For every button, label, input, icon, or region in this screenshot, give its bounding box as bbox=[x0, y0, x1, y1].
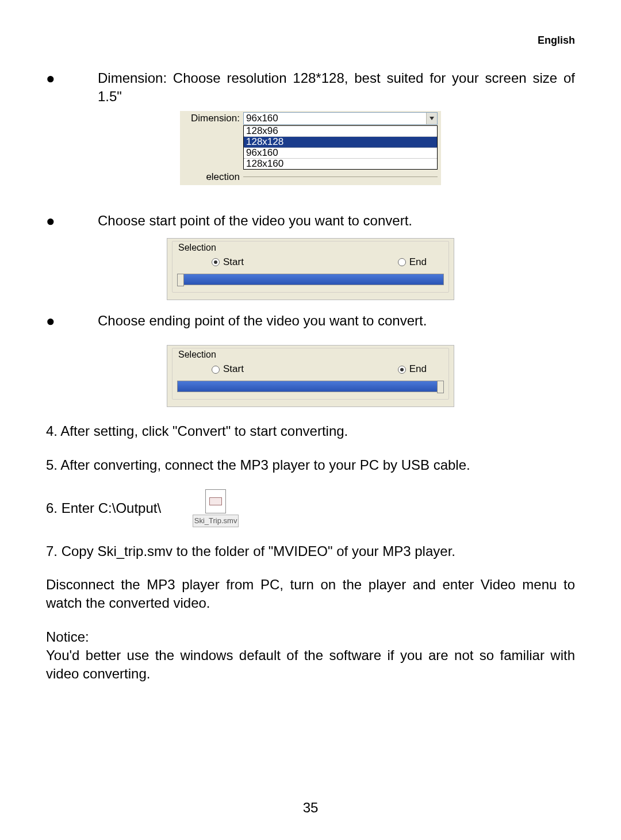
file-name-label: Ski_Trip.smv bbox=[193, 515, 239, 527]
selection-groupbox: Selection Start End bbox=[172, 348, 449, 400]
step-6-row: 6. Enter C:\Output\ Ski_Trip.smv bbox=[46, 489, 575, 527]
start-radio-label: Start bbox=[223, 363, 244, 376]
selection-groupbox: Selection Start End bbox=[172, 241, 449, 293]
selection-legend: Selection bbox=[177, 350, 217, 359]
slider-fill bbox=[178, 274, 443, 285]
dimension-option[interactable]: 128x96 bbox=[244, 126, 437, 137]
radio-icon bbox=[398, 366, 406, 374]
page-number: 35 bbox=[0, 799, 621, 817]
radio-icon bbox=[212, 366, 220, 374]
bullet-item-dimension: ● Dimension: Choose resolution 128*128, … bbox=[46, 69, 575, 106]
end-radio[interactable]: End bbox=[398, 363, 427, 376]
end-radio-label: End bbox=[409, 256, 427, 269]
bullet-text: Choose start point of the video you want… bbox=[98, 212, 575, 230]
selection-start-screenshot: Selection Start End bbox=[167, 238, 454, 300]
bullet-dot-icon: ● bbox=[46, 312, 98, 330]
start-radio[interactable]: Start bbox=[212, 363, 244, 376]
bullet-dot-icon: ● bbox=[46, 69, 98, 106]
dimension-option[interactable]: 96x160 bbox=[244, 148, 437, 159]
dimension-value: 96x160 bbox=[244, 113, 426, 124]
bullet-dot-icon: ● bbox=[46, 212, 98, 230]
dimension-option-selected[interactable]: 128x128 bbox=[244, 137, 437, 148]
notice-label: Notice: bbox=[46, 628, 575, 646]
notice-body: You'd better use the windows default of … bbox=[46, 646, 575, 684]
selection-slider[interactable] bbox=[177, 274, 444, 285]
selection-end-screenshot: Selection Start End bbox=[167, 345, 454, 407]
bullet-item-end: ● Choose ending point of the video you w… bbox=[46, 312, 575, 330]
groupbox-line bbox=[243, 177, 438, 178]
dropdown-arrow-button[interactable] bbox=[426, 113, 437, 124]
step-4: 4. After setting, click "Convert" to sta… bbox=[46, 422, 575, 440]
selection-legend: Selection bbox=[177, 243, 217, 252]
file-thumbnail-icon bbox=[205, 489, 226, 513]
bullet-item-start: ● Choose start point of the video you wa… bbox=[46, 212, 575, 230]
disconnect-paragraph: Disconnect the MP3 player from PC, turn … bbox=[46, 576, 575, 613]
dimension-option[interactable]: 128x160 bbox=[244, 159, 437, 169]
radio-icon bbox=[212, 258, 220, 266]
manual-page: English ● Dimension: Choose resolution 1… bbox=[0, 0, 621, 840]
end-radio-label: End bbox=[409, 363, 427, 376]
election-label: election bbox=[183, 171, 243, 184]
slider-handle[interactable] bbox=[177, 274, 184, 286]
start-radio-label: Start bbox=[223, 256, 244, 269]
dimension-label: Dimension: bbox=[183, 112, 243, 125]
slider-fill bbox=[178, 381, 443, 392]
file-icon: Ski_Trip.smv bbox=[190, 489, 241, 527]
radio-icon bbox=[398, 258, 406, 266]
chevron-down-icon bbox=[430, 117, 434, 120]
end-radio[interactable]: End bbox=[398, 256, 427, 269]
slider-handle[interactable] bbox=[437, 381, 444, 393]
language-label: English bbox=[538, 33, 575, 47]
step-5: 5. After converting, connect the MP3 pla… bbox=[46, 456, 575, 474]
dimension-screenshot: Dimension: 96x160 128x96 128x128 96x160 … bbox=[180, 111, 441, 185]
step-6: 6. Enter C:\Output\ bbox=[46, 499, 161, 517]
dimension-options-list[interactable]: 128x96 128x128 96x160 128x160 bbox=[243, 125, 438, 170]
start-radio[interactable]: Start bbox=[212, 256, 244, 269]
dimension-dropdown[interactable]: 96x160 bbox=[243, 112, 438, 125]
step-7: 7. Copy Ski_trip.smv to the folder of "M… bbox=[46, 542, 575, 561]
bullet-text: Choose ending point of the video you wan… bbox=[98, 312, 575, 330]
bullet-text: Dimension: Choose resolution 128*128, be… bbox=[98, 69, 575, 106]
selection-slider[interactable] bbox=[177, 381, 444, 392]
